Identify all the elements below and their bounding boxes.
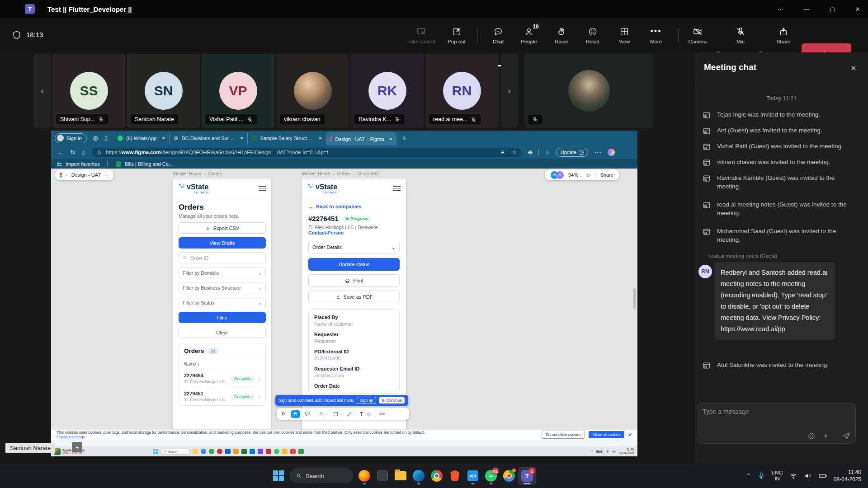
participant-tile[interactable]: SN Santosh Narate (127, 54, 200, 128)
filter-button[interactable]: Filter (179, 312, 266, 323)
pinned-app-icon[interactable] (266, 449, 271, 454)
presenter-add-button[interactable]: + (72, 442, 82, 452)
order-row[interactable]: 2279454TL Flex Holdings LLC Complete › (179, 369, 265, 387)
filter-domicile-select[interactable]: Filter by Domicile⌄ (179, 267, 266, 278)
window-more-icon[interactable]: ⋯ (770, 0, 791, 18)
start-button[interactable] (269, 467, 288, 485)
chrome-icon[interactable] (428, 467, 446, 485)
frame-tool[interactable]: ⌄ (319, 411, 329, 417)
browser-signin-button[interactable]: Sign in (55, 133, 87, 143)
emoji-icon[interactable] (807, 432, 816, 440)
browser-tab[interactable]: (6) WhatsApp✕ (114, 132, 170, 144)
filter-business-structure-select[interactable]: Filter by Business Structure⌄ (179, 282, 266, 293)
view-button[interactable]: View (609, 22, 639, 49)
wifi-icon[interactable] (789, 472, 797, 480)
pinned-app-icon[interactable] (258, 449, 263, 454)
edge-icon[interactable] (410, 467, 428, 485)
print-button[interactable]: Print (308, 274, 400, 287)
order-id-search-input[interactable]: Order ID (179, 252, 266, 263)
pinned-app-icon[interactable] (241, 449, 247, 454)
teams-icon[interactable]: T 1 (518, 467, 536, 485)
send-icon[interactable] (842, 432, 851, 440)
chrome-profile-icon[interactable] (500, 467, 518, 485)
dev-mode-code-tool[interactable]: </> (379, 412, 385, 416)
layout-panel-icon[interactable]: ⿻ (104, 171, 109, 178)
chat-button[interactable]: Chat (483, 22, 513, 49)
cookies-settings-link[interactable]: Cookies settings (57, 435, 85, 439)
close-icon[interactable]: ✕ (628, 432, 632, 438)
continue-with-google-button[interactable]: GContinue (379, 397, 405, 404)
tab-close-icon[interactable]: ✕ (161, 136, 165, 141)
camera-button[interactable]: Camera (683, 22, 712, 49)
share-button[interactable]: Share (769, 22, 798, 49)
language-switcher[interactable]: ENG IN (772, 470, 783, 482)
participant-tile[interactable]: RN read.ai mee... (425, 54, 498, 128)
orders-name-column-header[interactable]: Name ↓ (179, 358, 265, 369)
vertical-tabs-icon[interactable]: ▯ (104, 135, 108, 141)
contact-person-link[interactable]: Contact-Person (308, 230, 344, 235)
participant-tile[interactable]: vikram chavan (276, 54, 349, 128)
window-close-button[interactable]: ✕ (847, 0, 868, 18)
taskbar-search[interactable]: Search (288, 467, 355, 485)
volume-icon[interactable] (804, 472, 812, 480)
export-csv-button[interactable]: Export CSV (179, 222, 266, 234)
chevron-down-icon[interactable]: ⌄ (65, 173, 68, 177)
shared-clock[interactable]: 11:40 08-04-2025 (619, 448, 634, 455)
new-tab-button[interactable]: + (402, 134, 406, 143)
hamburger-menu-icon[interactable] (259, 186, 266, 191)
refresh-icon[interactable]: ↻ (70, 149, 75, 156)
pinned-app-icon[interactable] (201, 449, 206, 454)
connector-tool[interactable]: ⌄ (346, 411, 356, 417)
shape-tool[interactable]: ⌄ (333, 411, 342, 417)
collections-icon[interactable]: ☆ (545, 149, 550, 156)
hand-tool[interactable] (291, 410, 300, 418)
start-button[interactable] (153, 449, 158, 454)
signup-button[interactable]: Sign up (357, 397, 376, 404)
brave-icon[interactable] (446, 467, 464, 485)
text-tool[interactable]: T (360, 411, 363, 417)
browser-menu-icon[interactable]: ⋯ (594, 148, 602, 157)
chat-compose-box[interactable]: + (697, 403, 856, 444)
deny-cookies-button[interactable]: Do not allow cookies (542, 431, 585, 439)
import-favorites-link[interactable]: Import favorites (66, 161, 100, 167)
participant-tile[interactable]: RK Ravindra K... (351, 54, 424, 128)
participant-tile[interactable]: SS Shivani Sup... (52, 54, 125, 128)
pinned-app-icon[interactable] (193, 449, 198, 454)
move-tool[interactable] (280, 411, 287, 417)
pinned-app-icon[interactable] (233, 449, 239, 454)
hamburger-menu-icon[interactable] (393, 186, 401, 191)
workspaces-icon[interactable]: ◍ (93, 135, 98, 141)
firefox-icon[interactable] (355, 467, 373, 485)
attach-plus-icon[interactable]: + (823, 432, 828, 440)
tray-chevron-icon[interactable]: ⌃ (591, 450, 594, 453)
bills-favorite-link[interactable]: Bills | Billing and Co... (125, 161, 173, 167)
present-play-icon[interactable]: ▷ (587, 173, 591, 178)
tray-mic-icon[interactable] (757, 472, 765, 480)
tab-close-icon[interactable]: ✕ (389, 136, 392, 141)
people-button[interactable]: 10 People (514, 22, 544, 49)
app-icon[interactable] (373, 467, 392, 485)
file-explorer-icon[interactable] (392, 467, 410, 485)
pinned-app-icon[interactable] (225, 449, 231, 454)
pop-out-button[interactable]: Pop out (442, 22, 472, 49)
language-indicator[interactable]: ENG (596, 450, 603, 453)
comment-tool[interactable] (304, 411, 311, 417)
window-minimize-button[interactable]: — (796, 0, 817, 18)
url-field[interactable]: https://www.figma.com/design/9BKQ0FOHRWa… (92, 148, 521, 157)
view-drafts-button[interactable]: View Drafts (179, 237, 266, 249)
participant-tile[interactable] (524, 54, 653, 128)
mic-button[interactable]: Mic (726, 22, 755, 49)
update-status-button[interactable]: Update status (308, 258, 400, 271)
whatsapp-icon[interactable]: 81 (482, 467, 500, 485)
copilot-icon[interactable] (608, 149, 615, 156)
zoom-level[interactable]: 94% ⌄ (568, 172, 583, 178)
pinned-app-icon[interactable] (217, 449, 222, 454)
figma-frame-order-detail[interactable]: vStateFILINGS ←Back to companies #227645… (302, 178, 406, 432)
browser-tab[interactable]: DC Divisions and Surroundings✕ (170, 132, 248, 144)
collaborator-avatar[interactable]: A (556, 171, 564, 179)
pinned-app-icon[interactable] (290, 449, 296, 454)
save-as-pdf-button[interactable]: Save as PDF (308, 291, 400, 303)
chat-message-input[interactable] (697, 404, 855, 427)
read-aloud-icon[interactable]: A⌃ (501, 149, 507, 155)
pinned-app-icon[interactable] (209, 449, 214, 454)
